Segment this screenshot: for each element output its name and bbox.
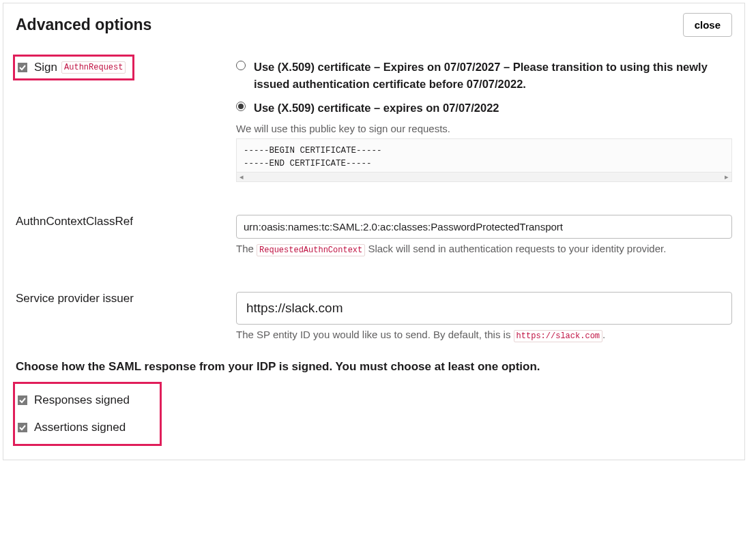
check-icon (19, 397, 26, 404)
authncontext-label: AuthnContextClassRef (16, 215, 133, 228)
panel-header: Advanced options close (16, 13, 732, 37)
assertions-signed-checkbox[interactable] (18, 423, 27, 432)
authncontext-row: AuthnContextClassRef The RequestedAuthnC… (16, 215, 732, 259)
cert-radio-2022-label: Use (X.509) certificate – expires on 07/… (254, 100, 499, 117)
responses-signed-checkbox[interactable] (18, 395, 27, 405)
authncontext-input[interactable] (236, 215, 732, 239)
cert-radio-2022[interactable]: Use (X.509) certificate – expires on 07/… (236, 100, 732, 117)
radio-icon (236, 61, 246, 70)
certificate-textarea[interactable]: -----BEGIN CERTIFICATE----- -----END CER… (236, 138, 732, 173)
cert-radio-2027[interactable]: Use (X.509) certificate – Expires on 07/… (236, 59, 732, 93)
response-signing-highlight: Responses signed Assertions signed (13, 382, 162, 446)
sp-issuer-help: The SP entity ID you would like us to se… (236, 329, 732, 341)
responses-signed-label: Responses signed (34, 393, 130, 407)
cert-begin-line: -----BEGIN CERTIFICATE----- (244, 145, 725, 158)
signing-instruction: Choose how the SAML response from your I… (16, 360, 732, 374)
sign-help-text: We will use this public key to sign our … (236, 123, 732, 134)
sp-issuer-label: Service provider issuer (16, 292, 134, 305)
scroll-right-icon: ▸ (725, 173, 729, 181)
sign-authnrequest-checkbox[interactable] (18, 63, 27, 72)
page-title: Advanced options (16, 16, 151, 34)
sign-authnrequest-highlight: Sign AuthnRequest (13, 55, 134, 80)
certificate-scrollbar[interactable]: ◂ ▸ (236, 173, 732, 182)
advanced-options-panel: Advanced options close Sign AuthnRequest… (3, 3, 745, 460)
authncontext-help: The RequestedAuthnContext Slack will sen… (236, 243, 732, 255)
radio-icon-selected (236, 102, 246, 111)
requestedauthncontext-code: RequestedAuthnContext (257, 244, 365, 256)
close-button[interactable]: close (683, 13, 732, 37)
sign-label-text: Sign (34, 61, 57, 74)
responses-signed-row: Responses signed (18, 393, 130, 407)
cert-end-line: -----END CERTIFICATE----- (244, 158, 725, 170)
sp-issuer-row: Service provider issuer The SP entity ID… (16, 292, 732, 345)
sp-issuer-default-code: https://slack.com (514, 330, 602, 342)
assertions-signed-label: Assertions signed (34, 421, 126, 434)
cert-radio-2027-label: Use (X.509) certificate – Expires on 07/… (254, 59, 732, 93)
assertions-signed-row: Assertions signed (18, 421, 130, 434)
authnrequest-code: AuthnRequest (61, 61, 126, 74)
sp-issuer-input[interactable] (236, 292, 732, 325)
sign-authnrequest-row: Sign AuthnRequest Use (X.509) certificat… (16, 59, 732, 182)
check-icon (19, 64, 26, 71)
scroll-left-icon: ◂ (239, 173, 244, 181)
check-icon (19, 424, 26, 431)
